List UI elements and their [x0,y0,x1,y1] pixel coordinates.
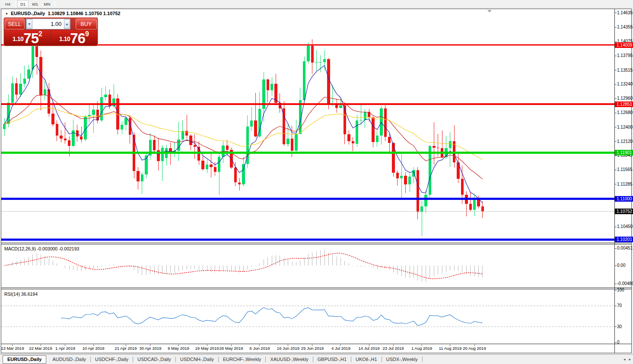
macd-axis-label: 0.004517 [617,246,633,250]
chart-window[interactable] [1,9,632,353]
tabs-scroll-left-button[interactable]: ◂ [623,357,626,362]
chart-tab-usdcad-daily[interactable]: USDCAD-,Daily [133,355,175,364]
chart-title: ▲ EURUSD-,Daily 1.10829 1.10846 1.10750 … [5,11,121,16]
timeframe-button-h4[interactable]: H4 [2,0,13,7]
chart-title-symbol: EURUSD-,Daily [11,11,45,16]
date-axis-label: 25 Jun 2019 [301,346,324,351]
date-axis-label: 1 Aug 2019 [411,346,432,351]
price-axis-label: 1.13515 [617,68,633,73]
price-level-badge: 1.10201 [615,237,633,242]
date-axis-label: 16 Jun 2019 [277,346,299,351]
chart-tab-usdcnh-daily[interactable]: USDCNH-,Daily [176,355,218,364]
price-axis-label: 1.14355 [617,25,633,29]
date-axis-label: 14 Jul 2019 [358,346,379,351]
price-axis-label: 1.12400 [617,125,633,130]
price-axis-label: 1.12680 [617,110,633,115]
timeframe-button-d1[interactable]: D1 [17,0,29,7]
date-axis-label: 19 May 2019 [195,346,219,351]
collapse-icon[interactable]: ▲ [5,12,8,15]
price-axis-label: 1.13240 [617,82,633,86]
price-axis-label: 1.12960 [617,96,633,101]
rsi-axis-label: 30 [617,324,622,329]
chart-shift-icon[interactable] [487,10,492,13]
rsi-axis-label: 0 [617,340,620,345]
chart-tab-audusd-daily[interactable]: AUDUSD-,Daily [48,355,90,364]
timeframe-button-w1[interactable]: W1 [29,0,41,7]
sell-price-button[interactable]: 1.10 75 2 [5,30,50,45]
date-axis-label: 21 Apr 2019 [115,346,137,351]
chart-tab-usdchf-daily[interactable]: USDCHF-,Daily [91,355,133,364]
volume-input[interactable]: 1.00 [32,19,64,29]
date-axis-label: 10 Apr 2019 [82,346,104,351]
macd-axis-label: 0.00 [617,263,625,268]
price-axis-label: 1.11565 [617,167,632,172]
sell-button[interactable]: SELL [5,19,25,29]
sell-price-big: 75 [23,32,38,44]
date-axis-label: 6 Jun 2019 [249,346,270,351]
sell-price-prefix: 1.10 [13,35,23,42]
timeframe-toolbar: H4D1W1MN [0,0,633,8]
volume-increase-button[interactable] [64,19,70,29]
buy-price-prefix: 1.10 [59,35,70,42]
price-axis[interactable]: 1.146351.143551.140751.137951.135151.132… [615,9,633,353]
rsi-label: RSI(14) 36.6194 [4,291,38,297]
chart-tab-usdx-weekly[interactable]: USDX-,Weekly [382,355,422,364]
date-axis-label: 13 Mar 2019 [1,346,24,351]
date-axis-label: 30 Apr 2019 [139,346,161,351]
chart-title-quotes: 1.10829 1.10846 1.10750 1.10752 [48,11,120,16]
date-axis[interactable]: 13 Mar 201922 Mar 20191 Apr 201910 Apr 2… [0,345,614,353]
price-level-badge: 1.11901 [615,150,633,155]
buy-price-button[interactable]: 1.10 76 9 [51,30,97,45]
tab-separator [422,357,423,362]
rsi-axis-label: 100 [617,288,624,292]
macd-axis-label: -0.004806 [617,281,633,286]
volume-decrease-button[interactable] [26,19,32,29]
price-axis-label: 1.11285 [617,182,632,187]
chart-tab-xauusd-weekly[interactable]: XAUUSD-,Weekly [266,355,312,364]
date-axis-label: 1 Apr 2019 [55,346,75,351]
tab-bar: EURUSD-,DailyAUDUSD-,DailyUSDCHF-,DailyU… [0,354,633,364]
rsi-axis-label: 70 [617,303,622,308]
timeframe-button-mn[interactable]: MN [41,0,53,7]
chevron-up-icon [66,23,68,25]
volume-stepper: 1.00 [26,19,70,29]
date-axis-label: 20 Aug 2019 [463,346,486,351]
date-axis-label: 23 Jul 2019 [382,346,404,351]
price-axis-label: 1.14635 [617,10,633,15]
tabs-scroll-right-button[interactable]: ▸ [629,357,631,362]
price-axis-label: 1.10450 [617,224,633,229]
date-axis-label: 9 May 2019 [168,346,189,351]
price-level-badge: 1.11000 [615,196,633,202]
current-price-badge: 1.10752 [615,209,633,214]
sell-price-sup: 2 [38,30,42,38]
chart-tab-eurusd-daily[interactable]: EURUSD-,Daily [3,355,46,364]
price-level-badge: 1.14009 [615,42,633,48]
toolbar-separator [15,1,16,7]
buy-price-sup: 9 [85,30,89,38]
buy-price-big: 76 [70,32,85,44]
date-axis-label: 11 Aug 2019 [439,346,462,351]
date-axis-label: 4 Jul 2019 [331,346,350,351]
macd-label: MACD(12,26,9) -0.003000 -0.002193 [4,246,79,251]
date-axis-label: 22 Mar 2019 [29,346,52,351]
chart-tab-eurchf-weekly[interactable]: EURCHF-,Weekly [219,355,265,364]
date-axis-label: 28 May 2019 [219,346,243,351]
price-level-badge: 1.12851 [615,101,633,107]
chart-tab-ukoil-h1[interactable]: UKOil-,H1 [351,355,382,364]
toolbar-separator [54,1,55,7]
chart-tab-gbpusd-h1[interactable]: GBPUSD-,H1 [313,355,351,364]
tabs-container: EURUSD-,DailyAUDUSD-,DailyUSDCHF-,DailyU… [3,355,423,364]
price-axis-label: 1.13795 [617,53,633,58]
buy-button[interactable]: BUY [76,19,97,29]
trade-panel: SELL 1.00 BUY 1.10 75 2 1.10 76 9 [3,17,98,46]
price-axis-label: 1.12120 [617,139,633,144]
chevron-down-icon [28,23,31,25]
